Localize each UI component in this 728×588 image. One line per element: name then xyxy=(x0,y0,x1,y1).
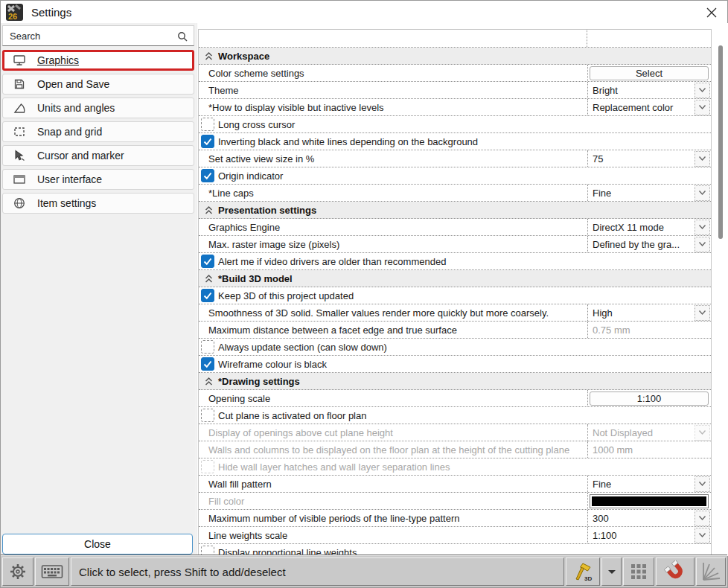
chevron-down-icon[interactable] xyxy=(695,100,710,115)
checkbox-label: Alert me if video drivers are older than… xyxy=(218,256,446,267)
sidebar-item-item-settings[interactable]: Item settings xyxy=(2,193,194,214)
build-3d-button[interactable]: 3D xyxy=(566,557,600,586)
setting-row: Origin indicator xyxy=(199,167,711,185)
dropdown-value: Fine xyxy=(588,479,695,490)
dropdown[interactable]: Not Displayed xyxy=(588,424,711,441)
section-header-row: *Build 3D model xyxy=(199,270,711,287)
cursor-icon xyxy=(12,149,26,163)
dropdown-value: 300 xyxy=(588,513,695,524)
setting-row: Keep 3D of this project updated xyxy=(199,287,711,304)
setting-label: *How to display visible but inactive lev… xyxy=(199,102,587,113)
sidebar-item-user-interface[interactable]: User interface xyxy=(2,169,194,190)
checkbox-label: Long cross cursor xyxy=(218,119,295,130)
checkbox[interactable] xyxy=(201,169,214,182)
window-icon xyxy=(12,173,26,187)
chevron-down-icon[interactable] xyxy=(695,220,710,235)
setting-row: Long cross cursor xyxy=(199,116,711,133)
dropdown-value: Defined by the gra... xyxy=(588,239,695,250)
sidebar-item-snap-and-grid[interactable]: Snap and grid xyxy=(2,121,194,142)
sidebar-item-open-and-save[interactable]: Open and Save xyxy=(2,74,194,95)
snap-magnet-button[interactable] xyxy=(656,557,695,586)
setting-row: Wall fill patternFine xyxy=(199,476,711,493)
sidebar-item-units-and-angles[interactable]: Units and angles xyxy=(2,98,194,118)
chevron-down-icon[interactable] xyxy=(695,476,710,492)
setting-value-cell: Select xyxy=(587,65,711,81)
setting-row: Display of openings above cut plane heig… xyxy=(199,424,711,441)
keyboard-button[interactable] xyxy=(35,557,69,586)
dropdown[interactable]: Fine xyxy=(588,185,711,201)
settings-gear-button[interactable] xyxy=(2,557,33,586)
collapse-chevrons-icon[interactable] xyxy=(203,205,214,218)
dropdown[interactable]: 75 xyxy=(588,150,711,167)
setting-row: Cut plane is activated on floor plan xyxy=(199,407,711,424)
setting-row: Hide wall layer hatches and wall layer s… xyxy=(199,458,711,476)
angle-constraint-button[interactable] xyxy=(696,557,726,586)
floppy-icon xyxy=(12,77,26,92)
setting-label: *Line caps xyxy=(199,188,587,199)
status-message-panel: Click to select, press Shift to add/dese… xyxy=(71,557,564,586)
setting-row: Fill color xyxy=(199,493,711,510)
dropdown-value: High xyxy=(588,307,695,319)
collapse-chevrons-icon[interactable] xyxy=(203,376,214,389)
dropdown[interactable]: Fine xyxy=(588,476,711,492)
globe-icon xyxy=(12,196,26,211)
sidebar-item-graphics[interactable]: Graphics xyxy=(2,50,194,71)
dropdown[interactable]: DirectX 11 mode xyxy=(588,219,711,235)
checkbox[interactable] xyxy=(201,460,214,473)
dropdown[interactable]: 1:100 xyxy=(588,527,711,543)
dropdown[interactable]: Defined by the gra... xyxy=(588,236,711,252)
checkbox[interactable] xyxy=(201,357,214,371)
dropdown-value: Fine xyxy=(588,188,695,199)
vertical-scrollbar[interactable] xyxy=(718,31,724,552)
value-field[interactable]: 0.75 mm xyxy=(588,325,711,336)
value-button[interactable]: 1:100 xyxy=(590,392,709,406)
sidebar-item-cursor-and-marker[interactable]: Cursor and marker xyxy=(2,145,194,166)
setting-value-cell: 300 xyxy=(587,510,711,526)
setting-row: Set active view size in %75 xyxy=(199,150,711,167)
value-button[interactable]: Select xyxy=(590,66,709,80)
checkbox[interactable] xyxy=(201,546,214,555)
grid-toggle-button[interactable] xyxy=(623,557,654,586)
sidebar-item-label: Cursor and marker xyxy=(37,150,124,162)
app-logo-year: 26 xyxy=(8,12,17,21)
checkbox[interactable] xyxy=(201,118,214,131)
dropdown[interactable]: 300 xyxy=(588,510,711,526)
checkbox[interactable] xyxy=(201,289,214,302)
close-button[interactable]: Close xyxy=(2,534,193,555)
value-field[interactable]: 1000 mm xyxy=(588,444,711,456)
chevron-down-icon[interactable] xyxy=(695,185,710,201)
chevron-down-icon[interactable] xyxy=(695,237,710,252)
chevron-down-icon[interactable] xyxy=(695,151,710,167)
scrollbar-thumb[interactable] xyxy=(718,45,723,239)
chevron-down-icon[interactable] xyxy=(695,305,710,321)
checkbox[interactable] xyxy=(201,135,214,148)
color-swatch[interactable] xyxy=(590,494,709,508)
section-header-row: *Drawing settings xyxy=(199,373,711,390)
checkbox[interactable] xyxy=(201,255,214,268)
setting-label: Graphics Engine xyxy=(199,222,587,233)
chevron-down-icon[interactable] xyxy=(695,425,710,441)
collapse-chevrons-icon[interactable] xyxy=(203,51,214,64)
search-input[interactable] xyxy=(3,26,194,45)
build-3d-dropdown-button[interactable] xyxy=(601,557,622,586)
monitor-icon xyxy=(12,54,26,68)
collapse-chevrons-icon[interactable] xyxy=(203,273,214,287)
sidebar-item-label: Graphics xyxy=(37,54,79,66)
chevron-down-icon[interactable] xyxy=(695,511,710,526)
checkbox[interactable] xyxy=(201,340,214,354)
checkbox[interactable] xyxy=(201,409,214,422)
dropdown[interactable]: Replacement color xyxy=(588,99,711,115)
setting-row: Walls and columns to be displayed on the… xyxy=(199,441,711,458)
close-icon[interactable] xyxy=(706,7,718,19)
setting-value-cell: High xyxy=(587,304,711,321)
setting-label: Display of openings above cut plane heig… xyxy=(199,427,587,438)
chevron-down-icon[interactable] xyxy=(695,83,710,98)
setting-value-cell: Replacement color xyxy=(587,99,711,115)
dropdown[interactable]: Bright xyxy=(588,82,711,98)
setting-label: Smoothness of 3D solid. Smaller values r… xyxy=(199,307,587,319)
chevron-down-icon[interactable] xyxy=(695,528,710,543)
dropdown[interactable]: High xyxy=(588,304,711,321)
setting-row: Color scheme settingsSelect xyxy=(199,65,711,82)
setting-value-cell: Fine xyxy=(587,185,711,201)
grid-icon xyxy=(629,562,648,581)
